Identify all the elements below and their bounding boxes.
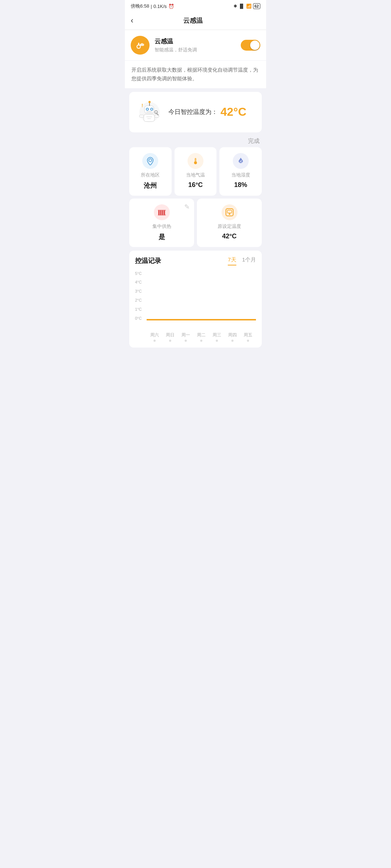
x-label-mon: 周一 [181, 332, 190, 342]
humidity-label: 当地湿度 [231, 172, 250, 178]
bluetooth-icon: ✱ [234, 4, 237, 9]
svg-rect-11 [146, 111, 152, 112]
svg-rect-12 [144, 114, 155, 122]
x-label-tue: 周二 [197, 332, 206, 342]
svg-rect-15 [139, 115, 144, 117]
wifi-icon: 📶 [246, 4, 252, 9]
chart-content [147, 271, 256, 320]
svg-rect-23 [195, 158, 196, 162]
svg-rect-29 [164, 210, 165, 215]
thermometer-icon-circle [188, 153, 203, 169]
toggle-info: 云感温 智能感温，舒适免调 [155, 37, 236, 53]
tab-7days[interactable]: 7天 [228, 256, 236, 265]
svg-rect-13 [146, 116, 152, 117]
svg-rect-30 [158, 210, 166, 211]
header: ‹ 云感温 [125, 12, 266, 30]
done-button[interactable]: 完成 [248, 137, 260, 145]
svg-point-10 [148, 101, 151, 103]
page-title: 云感温 [138, 16, 248, 25]
droplet-icon-circle [233, 153, 249, 169]
back-button[interactable]: ‹ [131, 16, 133, 25]
x-axis: 周六 周日 周一 周二 周三 周四 周五 [135, 332, 256, 342]
local-temp-label: 当地气温 [186, 172, 205, 178]
today-temp-info: 今日智控温度为： 42°C [168, 105, 247, 119]
y-label-5: 5°C [135, 271, 142, 276]
svg-rect-28 [162, 210, 163, 215]
chart-header: 控温记录 7天 1个月 [135, 256, 256, 265]
bottom-spacer [125, 351, 266, 369]
feature-subtitle: 智能感温，舒适免调 [155, 47, 236, 53]
today-temp-card: ! 今日智控温度为： 42°C [129, 92, 262, 132]
metric-humidity: 当地湿度 18% [219, 147, 262, 196]
feature-title: 云感温 [155, 37, 236, 46]
y-label-1: 1°C [135, 307, 142, 311]
y-axis: 5°C 4°C 3°C 2°C 1°C 0°C [135, 271, 142, 320]
svg-point-2 [138, 46, 140, 48]
location-icon-circle [142, 153, 158, 169]
svg-point-22 [194, 161, 197, 164]
metrics-header: 完成 [125, 136, 266, 147]
today-temp-label: 今日智控温度为： [168, 108, 218, 116]
location-value: 沧州 [144, 181, 157, 190]
x-label-wed: 周三 [213, 332, 221, 342]
description-text: 开启后系统获取大数据，根据环境变化自动调节温度，为您提供四季免调的智能体验。 [125, 61, 266, 88]
svg-rect-33 [227, 210, 232, 213]
y-label-0: 0°C [135, 316, 142, 320]
location-label: 所在地区 [141, 172, 160, 178]
chart-tabs: 7天 1个月 [228, 256, 256, 265]
x-label-fri: 周五 [244, 332, 252, 342]
svg-point-20 [149, 159, 152, 162]
metrics-grid-bottom: ✎ 集中供热 是 原设定温度 42°C [129, 199, 262, 247]
chart-area: 5°C 4°C 3°C 2°C 1°C 0°C [135, 271, 256, 329]
svg-point-25 [241, 162, 242, 162]
preset-temp-value: 42°C [222, 233, 236, 240]
preset-temp-icon [225, 208, 234, 217]
edit-icon[interactable]: ✎ [184, 203, 190, 211]
y-label-3: 3°C [135, 289, 142, 293]
status-network: 0.1K/s [154, 4, 167, 9]
status-bar: 傍晚6:58 | 0.1K/s ⏰ ✱ ▐▌ 📶 62 [125, 0, 266, 12]
status-time: 傍晚6:58 [131, 3, 149, 9]
location-icon [146, 157, 155, 165]
heating-value: 是 [159, 233, 165, 241]
svg-rect-31 [158, 214, 166, 216]
svg-text:!: ! [142, 103, 143, 108]
robot-icon: ! [136, 99, 163, 125]
preset-temp-icon-circle [222, 204, 237, 220]
y-label-4: 4°C [135, 280, 142, 284]
signal-icon: ▐▌ [239, 4, 245, 9]
thermometer-cloud-icon [135, 40, 145, 50]
robot-illustration: ! [136, 99, 163, 125]
heating-icon [157, 208, 167, 217]
heating-icon-circle [154, 204, 170, 220]
humidity-value: 18% [234, 181, 247, 189]
battery-indicator: 62 [253, 3, 260, 9]
svg-point-34 [229, 213, 230, 215]
svg-rect-26 [158, 210, 160, 215]
feature-icon [131, 36, 150, 55]
thermometer-icon [191, 157, 200, 165]
feature-toggle-card: 云感温 智能感温，舒适免调 [125, 30, 266, 60]
status-right: ✱ ▐▌ 📶 62 [234, 3, 260, 9]
droplet-icon [236, 157, 245, 165]
status-left: 傍晚6:58 | 0.1K/s ⏰ [131, 3, 174, 9]
alarm-icon: ⏰ [168, 4, 174, 9]
preset-temp-label: 原设定温度 [218, 223, 241, 230]
x-label-sat: 周六 [150, 332, 159, 342]
x-label-thu: 周四 [228, 332, 237, 342]
svg-rect-14 [147, 118, 151, 119]
tab-1month[interactable]: 1个月 [242, 256, 256, 263]
feature-toggle[interactable] [241, 40, 260, 51]
today-temp-value: 42°C [220, 105, 247, 119]
metrics-grid-top: 所在地区 沧州 当地气温 16°C 当地湿度 18% [129, 147, 262, 196]
svg-point-8 [151, 109, 152, 110]
x-label-sun: 周日 [166, 332, 175, 342]
chart-section: 控温记录 7天 1个月 5°C 4°C 3°C 2°C 1°C 0°C 周六 [129, 251, 262, 348]
chart-baseline [147, 319, 256, 320]
status-separator: | [151, 4, 152, 9]
metric-heating: ✎ 集中供热 是 [129, 199, 194, 247]
metric-temperature: 当地气温 16°C [175, 147, 217, 196]
metric-location: 所在地区 沧州 [129, 147, 172, 196]
local-temp-value: 16°C [188, 181, 203, 189]
y-label-2: 2°C [135, 298, 142, 302]
